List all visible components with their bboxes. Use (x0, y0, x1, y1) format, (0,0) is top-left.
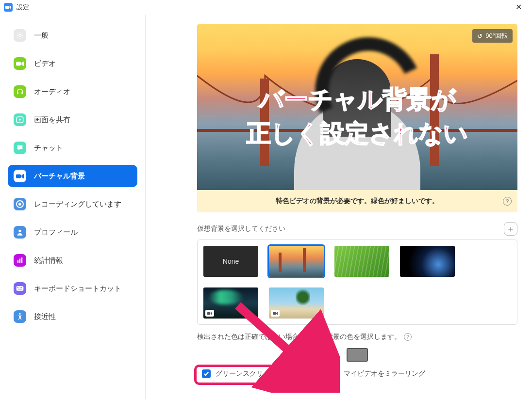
sidebar-item-accessibility[interactable]: 接近性 (8, 305, 137, 328)
record-icon (14, 198, 26, 210)
video-badge-icon (271, 310, 280, 317)
sidebar-item-general[interactable]: 一般 (8, 24, 137, 47)
video-preview: ↺ 90°回転 バーチャル背景が 正しく設定されない 特色ビデオの背景が必要です… (197, 24, 517, 212)
mirror-video-label: マイビデオをミラーリング (344, 369, 425, 378)
sidebar-item-label: プロフィール (34, 228, 78, 237)
gear-icon (14, 29, 26, 42)
help-icon[interactable]: ? (404, 333, 412, 341)
profile-icon (14, 226, 26, 239)
sidebar-item-virtual-background[interactable]: バーチャル背景 (8, 165, 137, 187)
svg-point-7 (18, 230, 21, 232)
chat-icon (14, 142, 26, 154)
rotate-90-button[interactable]: ↺ 90°回転 (472, 29, 513, 43)
help-icon[interactable]: ? (503, 197, 512, 206)
sidebar-item-label: キーボードショートカット (34, 284, 121, 293)
background-thumbnails: None (197, 239, 517, 325)
background-thumb-none[interactable]: None (203, 246, 258, 277)
sidebar-item-label: オーディオ (34, 87, 70, 96)
sidebar-item-label: レコーディングしています (34, 200, 121, 209)
svg-rect-3 (17, 92, 18, 95)
svg-rect-18 (207, 312, 210, 315)
settings-content: ↺ 90°回転 バーチャル背景が 正しく設定されない 特色ビデオの背景が必要です… (146, 15, 532, 399)
svg-rect-15 (21, 287, 22, 287)
svg-rect-10 (21, 257, 22, 263)
sidebar-item-label: 画面を共有 (34, 115, 70, 125)
svg-point-1 (19, 34, 21, 36)
app-icon (4, 3, 13, 12)
choose-background-label: 仮想背景を選択してください (197, 224, 285, 233)
titlebar: 設定 ✕ (0, 0, 532, 15)
rotate-label: 90°回転 (485, 32, 508, 40)
sidebar-item-label: 統計情報 (34, 256, 63, 265)
sidebar-item-statistics[interactable]: 統計情報 (8, 249, 137, 271)
background-thumb-beach[interactable] (269, 287, 324, 319)
stats-icon (14, 254, 26, 267)
svg-rect-2 (16, 62, 21, 65)
mirror-video-checkbox[interactable]: マイビデオをミラーリング (330, 369, 425, 378)
detect-color-row: 検出された色は正確ではない場合、手動で背景の色を選択します。 ? (197, 333, 517, 341)
sidebar-item-recording[interactable]: レコーディングしています (8, 193, 137, 215)
svg-rect-12 (17, 287, 18, 287)
background-thumb-aurora[interactable] (203, 287, 258, 319)
video-icon (14, 57, 26, 70)
svg-rect-13 (18, 287, 19, 287)
svg-rect-19 (273, 312, 276, 315)
none-label: None (223, 257, 239, 265)
sidebar-item-label: ビデオ (34, 59, 56, 68)
detect-color-text: 検出された色は正確ではない場合、手動で背景の色を選択します。 (197, 333, 401, 341)
background-thumb-earth[interactable] (400, 246, 455, 277)
background-thumb-grass[interactable] (334, 246, 389, 277)
sidebar-item-label: バーチャル背景 (34, 172, 85, 181)
virtual-background-icon (14, 170, 26, 182)
checkbox-checked-icon (202, 369, 211, 378)
svg-rect-6 (16, 174, 21, 178)
svg-rect-0 (5, 6, 9, 9)
sidebar-item-chat[interactable]: チャット (8, 137, 137, 159)
svg-rect-4 (21, 92, 23, 95)
background-color-swatch[interactable] (347, 348, 368, 362)
sidebar-item-label: 一般 (34, 31, 49, 40)
headphones-icon (14, 85, 26, 98)
add-background-button[interactable]: ＋ (504, 222, 517, 236)
svg-rect-9 (19, 259, 20, 263)
svg-rect-8 (17, 260, 18, 263)
checkbox-checked-icon (330, 369, 339, 378)
settings-sidebar: 一般 ビデオ オーディオ 画面を共有 チャット バーチャル背景 レコーディングし… (0, 15, 146, 399)
accessibility-icon (14, 310, 26, 323)
svg-rect-14 (20, 287, 20, 287)
close-button[interactable]: ✕ (509, 0, 528, 15)
warning-bar: 特色ビデオの背景が必要です。緑色が好ましいです。 ? (197, 190, 517, 212)
sidebar-item-keyboard-shortcuts[interactable]: キーボードショートカット (8, 277, 137, 300)
svg-rect-11 (17, 286, 24, 290)
svg-point-17 (19, 313, 20, 315)
video-badge-icon (205, 310, 214, 317)
green-screen-checkbox[interactable]: グリーンスクリーンがあります (202, 369, 311, 378)
sidebar-item-video[interactable]: ビデオ (8, 52, 137, 75)
svg-rect-16 (18, 289, 22, 289)
window-title: 設定 (17, 3, 29, 12)
sidebar-item-label: チャット (34, 144, 63, 153)
share-screen-icon (14, 113, 26, 126)
sidebar-item-audio[interactable]: オーディオ (8, 80, 137, 103)
sidebar-item-profile[interactable]: プロフィール (8, 221, 137, 243)
green-screen-label: グリーンスクリーンがあります (216, 369, 311, 378)
rotate-icon: ↺ (477, 32, 482, 40)
sidebar-item-share-screen[interactable]: 画面を共有 (8, 109, 137, 131)
background-thumb-bridge[interactable] (269, 246, 324, 277)
sidebar-item-label: 接近性 (34, 312, 56, 321)
warning-text: 特色ビデオの背景が必要です。緑色が好ましいです。 (276, 197, 439, 206)
keyboard-icon (14, 282, 26, 295)
